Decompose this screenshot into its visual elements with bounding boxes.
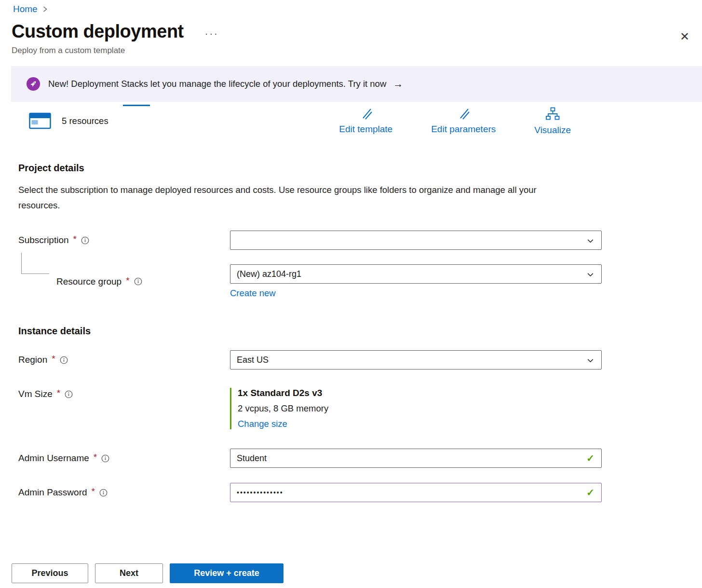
rocket-icon [27,77,40,91]
breadcrumb-chevron-icon [42,6,48,14]
info-icon[interactable] [65,390,73,398]
chevron-down-icon [586,237,594,247]
required-marker: * [126,275,129,286]
info-icon[interactable] [60,356,68,364]
project-details-heading: Project details [18,163,702,174]
admin-password-input[interactable] [230,483,602,502]
required-marker: * [94,452,97,463]
admin-username-label: Admin Username [18,453,89,464]
banner-message: New! Deployment Stacks let you manage th… [48,79,386,89]
custom-deployment-page: Home Custom deployment ··· ✕ Deploy from… [0,0,702,588]
template-icon [29,111,51,131]
chevron-down-icon [586,356,594,367]
required-marker: * [52,354,55,364]
previous-button[interactable]: Previous [12,563,88,583]
vm-size-row: Vm Size * 1x Standard D2s v3 2 vcpus, 8 … [18,388,702,429]
pencil-icon [457,107,470,122]
resource-group-value: (New) az104-rg1 [237,269,301,279]
valid-check-icon: ✓ [586,487,594,498]
subscription-label: Subscription [18,235,69,246]
visualize-button[interactable]: Visualize [534,107,571,136]
region-label: Region [18,355,47,365]
required-marker: * [92,486,95,497]
resource-group-row: Resource group * (New) az104-rg1 Create … [18,264,702,299]
edit-template-label: Edit template [339,124,392,135]
change-size-link[interactable]: Change size [238,419,287,429]
chevron-down-icon [586,271,594,281]
vm-size-title: 1x Standard D2s v3 [238,388,602,398]
admin-username-row: Admin Username * ✓ [18,449,702,468]
form-content: Project details Select the subscription … [0,163,702,502]
edit-parameters-button[interactable]: Edit parameters [431,107,496,136]
more-options-button[interactable]: ··· [205,28,219,39]
create-new-link[interactable]: Create new [230,288,276,299]
vm-size-detail: 2 vcpus, 8 GB memory [238,403,602,414]
close-icon[interactable]: ✕ [680,30,689,43]
pencil-icon [359,107,373,122]
info-icon[interactable] [81,236,89,245]
subscription-group: Subscription * Res [18,231,702,299]
required-marker: * [73,234,77,245]
template-summary: 5 resources [29,111,108,131]
valid-check-icon: ✓ [586,452,594,464]
info-icon[interactable] [99,489,108,497]
visualize-label: Visualize [534,125,571,136]
region-value: East US [237,355,269,365]
subscription-row: Subscription * [18,231,702,250]
review-create-button[interactable]: Review + create [170,563,284,583]
template-bar: 5 resources Edit template Edit parameter… [0,104,702,138]
page-subtitle: Deploy from a custom template [0,42,702,55]
info-icon[interactable] [101,454,109,463]
resource-group-label: Resource group [56,276,122,287]
sitemap-icon [545,107,560,123]
template-actions: Edit template Edit parameters Visua [339,107,571,136]
resource-group-dropdown[interactable]: (New) az104-rg1 [230,264,602,284]
next-button[interactable]: Next [95,563,163,583]
title-row: Custom deployment ··· [0,14,702,42]
subscription-dropdown[interactable] [230,231,602,250]
page-title: Custom deployment [12,21,184,42]
project-details-description: Select the subscription to manage deploy… [18,182,573,213]
breadcrumb-home-link[interactable]: Home [13,4,38,14]
deployment-stacks-banner[interactable]: New! Deployment Stacks let you manage th… [11,66,702,102]
admin-username-input[interactable] [230,449,602,468]
admin-password-row: Admin Password * ✓ [18,483,702,502]
breadcrumb: Home [0,0,702,14]
admin-password-label: Admin Password [18,487,87,498]
edit-template-button[interactable]: Edit template [339,107,392,136]
wizard-footer: Previous Next Review + create [12,563,284,583]
vm-size-label: Vm Size [18,389,53,399]
vm-size-summary: 1x Standard D2s v3 2 vcpus, 8 GB memory … [230,388,602,429]
edit-parameters-label: Edit parameters [431,124,496,135]
instance-details-heading: Instance details [18,326,702,337]
info-icon[interactable] [134,277,142,286]
arrow-right-icon[interactable]: → [393,78,403,90]
subscription-connector-line [21,253,49,274]
region-row: Region * East US [18,350,702,369]
required-marker: * [57,388,60,398]
resources-count: 5 resources [62,116,108,126]
region-dropdown[interactable]: East US [230,350,602,369]
truncated-link-fragment [123,105,150,106]
